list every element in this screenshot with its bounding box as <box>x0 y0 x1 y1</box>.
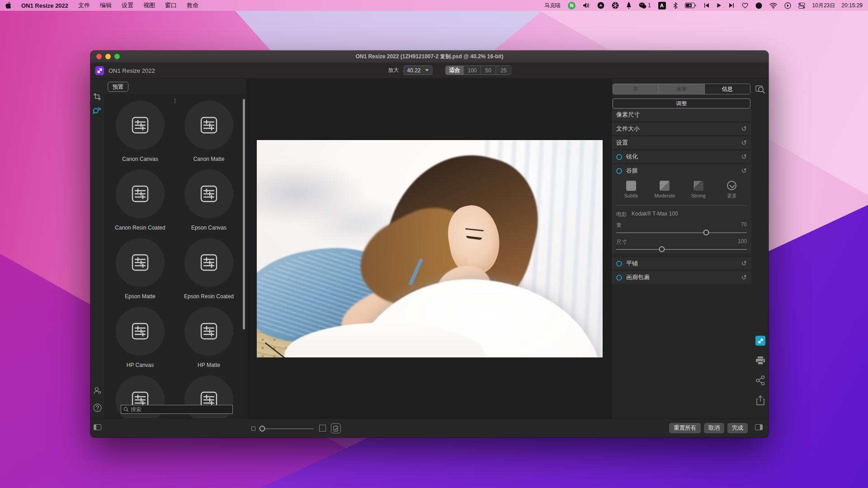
menu-file[interactable]: 文件 <box>73 0 95 11</box>
close-button[interactable] <box>96 54 102 59</box>
print-button[interactable] <box>755 355 766 366</box>
menu-edit[interactable]: 编辑 <box>95 0 117 11</box>
preset-tile[interactable]: HP Canvas <box>106 307 174 368</box>
toggle-circle-icon[interactable] <box>616 168 622 174</box>
size-slider-thumb[interactable] <box>659 246 665 252</box>
section-gallery-wrap[interactable]: 画廊包裹 ↺ <box>612 271 751 284</box>
menubar-date[interactable]: 10月23日 <box>809 0 839 11</box>
canvas-zoom-slider[interactable] <box>259 428 314 429</box>
media-prev-icon[interactable] <box>700 0 713 11</box>
share-button[interactable] <box>755 375 766 386</box>
navigator-button[interactable] <box>755 84 766 95</box>
wechat-icon[interactable]: 1 <box>635 0 655 11</box>
zoom-out-icon[interactable] <box>251 427 255 431</box>
toggle-right-panel-button[interactable] <box>755 424 763 430</box>
battery-icon[interactable] <box>681 0 700 11</box>
preset-tile[interactable]: Epson Matte <box>106 238 174 300</box>
menu-window[interactable]: 窗口 <box>160 0 182 11</box>
heart-icon[interactable] <box>738 0 752 11</box>
photo-canvas[interactable] <box>257 140 603 357</box>
help-button[interactable] <box>93 403 102 412</box>
section-file-size[interactable]: 文件大小 ↺ <box>612 122 751 135</box>
search-input[interactable] <box>131 406 230 413</box>
fit-button[interactable]: 适合 <box>445 66 463 75</box>
reset-icon[interactable]: ↺ <box>741 259 747 267</box>
app-status-icon-3[interactable] <box>623 0 635 11</box>
zoom-in-icon[interactable] <box>319 425 326 432</box>
menubar-app-name[interactable]: ON1 Resize 2022 <box>16 0 73 11</box>
preset-tile[interactable]: Canon Resin Coated <box>106 169 174 231</box>
grain-strong-button[interactable]: Strong <box>684 181 713 199</box>
section-pixel-dimensions[interactable]: 像素尺寸 <box>612 108 751 121</box>
account-button[interactable] <box>93 386 102 395</box>
presets-button[interactable]: 预置 <box>108 82 128 92</box>
size-slider[interactable] <box>616 249 747 250</box>
soft-proof-button[interactable] <box>331 423 341 433</box>
reset-all-button[interactable]: 重置所有 <box>669 423 701 433</box>
app-status-icon-2[interactable] <box>608 0 623 11</box>
tab-none[interactable]: 不 <box>613 84 658 94</box>
preset-tile[interactable]: Epson Canvas <box>175 169 243 231</box>
wechat-badge: 1 <box>648 2 651 9</box>
control-center-icon[interactable] <box>795 0 809 11</box>
reset-icon[interactable]: ↺ <box>741 273 747 282</box>
canvas-zoom-thumb[interactable] <box>259 426 265 432</box>
spotlight-status-icon[interactable] <box>781 0 795 11</box>
menu-view[interactable]: 视图 <box>138 0 160 11</box>
toggle-circle-icon[interactable] <box>616 261 622 267</box>
section-settings[interactable]: 设置 ↺ <box>612 136 751 149</box>
cancel-button[interactable]: 取消 <box>704 423 724 433</box>
amount-slider-thumb[interactable] <box>703 230 709 235</box>
crop-tool-button[interactable] <box>93 92 102 101</box>
input-method-icon[interactable]: A <box>655 0 670 11</box>
done-button[interactable]: 完成 <box>727 423 748 433</box>
zoom-pan-tool-button[interactable] <box>93 107 102 116</box>
toggle-circle-icon[interactable] <box>616 275 622 281</box>
status-text[interactable]: 马克喵 <box>541 0 564 11</box>
maximize-button[interactable] <box>114 54 120 59</box>
section-sharpening[interactable]: 锐化 ↺ <box>612 150 751 163</box>
reset-icon[interactable]: ↺ <box>741 153 747 161</box>
app-status-icon-4[interactable] <box>752 0 766 11</box>
menu-settings[interactable]: 设置 <box>117 0 138 11</box>
window-titlebar[interactable]: ON1 Resize 2022 (1ZH9121007-2 复制.psd @ 4… <box>90 51 769 62</box>
adjust-button[interactable]: 调整 <box>613 99 750 108</box>
preset-scrollbar[interactable] <box>243 99 245 329</box>
preset-tile[interactable]: Epson Resin Coated <box>175 238 243 300</box>
tab-info[interactable]: 信息 <box>704 84 750 94</box>
notes-app-icon[interactable]: N <box>564 0 579 11</box>
preset-tile[interactable]: HP Matte <box>175 307 243 368</box>
reset-icon[interactable]: ↺ <box>741 125 747 133</box>
volume-icon[interactable] <box>579 0 594 11</box>
bluetooth-icon[interactable] <box>670 0 681 11</box>
toggle-circle-icon[interactable] <box>616 154 622 160</box>
grain-more-button[interactable]: 更多 <box>717 181 746 199</box>
zoom-100-button[interactable]: 100 <box>463 66 480 75</box>
toggle-left-panel-button[interactable] <box>94 424 101 430</box>
media-next-icon[interactable] <box>725 0 738 11</box>
zoom-50-button[interactable]: 50 <box>481 66 496 75</box>
film-value[interactable]: Kodak® T-Max 100 <box>632 211 678 218</box>
media-play-icon[interactable] <box>713 0 725 11</box>
apple-menu[interactable] <box>0 0 16 11</box>
export-button[interactable] <box>755 395 766 406</box>
reset-icon[interactable]: ↺ <box>741 139 747 147</box>
resize-module-icon <box>755 336 765 346</box>
preset-tile[interactable]: Canon Canvas <box>106 101 174 162</box>
tab-horizontal[interactable]: 水平 <box>658 84 704 94</box>
resize-module-button[interactable] <box>755 335 766 346</box>
menubar-time[interactable]: 20:15:29 <box>839 2 868 9</box>
zoom-25-button[interactable]: 25 <box>496 66 511 75</box>
preset-tile[interactable]: Canon Matte <box>175 101 243 162</box>
amount-slider[interactable] <box>616 232 747 233</box>
zoom-value-dropdown[interactable]: 40.22 <box>403 66 432 75</box>
menu-help[interactable]: 救命 <box>182 0 203 11</box>
minimize-button[interactable] <box>105 54 111 59</box>
app-status-icon-1[interactable] <box>594 0 608 11</box>
section-tiling[interactable]: 平铺 ↺ <box>612 257 751 270</box>
grain-moderate-button[interactable]: Moderate <box>650 181 679 199</box>
film-grain-header[interactable]: 谷膜 ↺ <box>612 164 751 177</box>
reset-icon[interactable]: ↺ <box>741 167 747 175</box>
wifi-icon[interactable] <box>766 0 781 11</box>
grain-subtle-button[interactable]: Subtle <box>617 181 646 199</box>
